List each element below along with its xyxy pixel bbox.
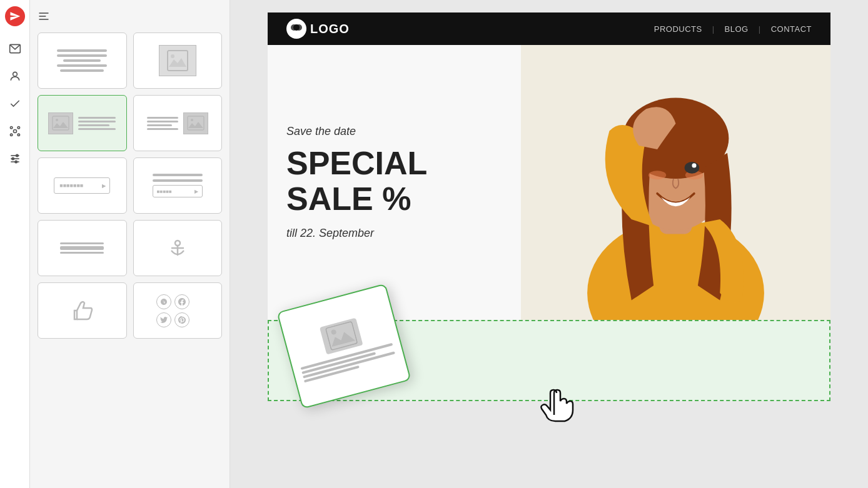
- nav-sep-1: |: [712, 24, 715, 34]
- image-block[interactable]: [133, 32, 223, 89]
- email-canvas: LOGO PRODUCTS | BLOG | CONTACT Save the …: [268, 12, 830, 401]
- email-hero: Save the date SPECIAL SALE % till 22. Se…: [268, 45, 830, 320]
- hero-left: Save the date SPECIAL SALE % till 22. Se…: [268, 45, 521, 320]
- svg-point-22: [175, 241, 180, 246]
- svg-point-39: [330, 329, 336, 336]
- divider-block[interactable]: [38, 220, 127, 276]
- svg-point-4: [18, 127, 19, 129]
- svg-point-21: [191, 119, 193, 121]
- main-canvas-area: LOGO PRODUCTS | BLOG | CONTACT Save the …: [230, 0, 868, 488]
- hero-right: [521, 45, 830, 320]
- check-nav-item[interactable]: [4, 92, 26, 115]
- text-lines-block[interactable]: [38, 32, 127, 89]
- social-block[interactable]: [133, 282, 223, 339]
- svg-point-2: [13, 130, 16, 133]
- svg-point-10: [16, 154, 18, 156]
- nav-sep-2: |: [759, 24, 761, 34]
- button-block[interactable]: ■■■■■■■ ▶: [38, 157, 127, 214]
- hero-save-date: Save the date: [286, 125, 502, 138]
- svg-point-34: [648, 171, 666, 179]
- svg-point-5: [10, 134, 12, 136]
- drop-zone[interactable]: [268, 320, 830, 401]
- user-nav-item[interactable]: [4, 65, 26, 87]
- nav-blog[interactable]: BLOG: [725, 24, 749, 34]
- button-lines-block[interactable]: ■■■■■ ▶: [133, 157, 223, 214]
- app-logo[interactable]: [5, 6, 25, 26]
- svg-point-19: [56, 119, 58, 121]
- hero-title: SPECIAL SALE %: [286, 146, 502, 217]
- svg-point-37: [692, 163, 696, 167]
- text-img-block[interactable]: [133, 95, 223, 151]
- nav-links: PRODUCTS | BLOG | CONTACT: [654, 24, 812, 34]
- svg-rect-38: [325, 322, 357, 351]
- hero-woman-illustration: [521, 45, 830, 320]
- svg-point-6: [18, 134, 19, 136]
- hero-till-date: till 22. September: [286, 227, 502, 240]
- cursor-hand: [537, 377, 574, 431]
- anchor-block[interactable]: [133, 220, 223, 276]
- svg-point-11: [12, 157, 14, 159]
- blocks-panel: ■■■■■■■ ▶ ■■■■■ ▶: [30, 0, 230, 488]
- email-logo: LOGO: [286, 19, 350, 39]
- elements-nav-item[interactable]: [4, 120, 26, 142]
- nav-products[interactable]: PRODUCTS: [654, 24, 702, 34]
- adjust-nav-item[interactable]: [4, 147, 26, 170]
- panel-grid: ■■■■■■■ ▶ ■■■■■ ▶: [38, 32, 222, 339]
- svg-point-1: [13, 72, 17, 76]
- nav-contact[interactable]: CONTACT: [771, 24, 812, 34]
- panel-header: [38, 10, 222, 22]
- img-text-block[interactable]: [38, 95, 127, 151]
- svg-point-3: [10, 127, 12, 129]
- icon-bar: [0, 0, 30, 488]
- logo-icon: [286, 19, 306, 39]
- svg-point-28: [293, 24, 300, 31]
- like-block[interactable]: [38, 282, 127, 339]
- svg-point-12: [15, 161, 17, 162]
- logo-text: LOGO: [310, 22, 350, 36]
- svg-rect-16: [168, 51, 188, 71]
- svg-point-17: [171, 54, 174, 58]
- email-navbar: LOGO PRODUCTS | BLOG | CONTACT: [268, 12, 830, 45]
- svg-point-36: [685, 162, 700, 174]
- email-nav-item[interactable]: [4, 37, 26, 60]
